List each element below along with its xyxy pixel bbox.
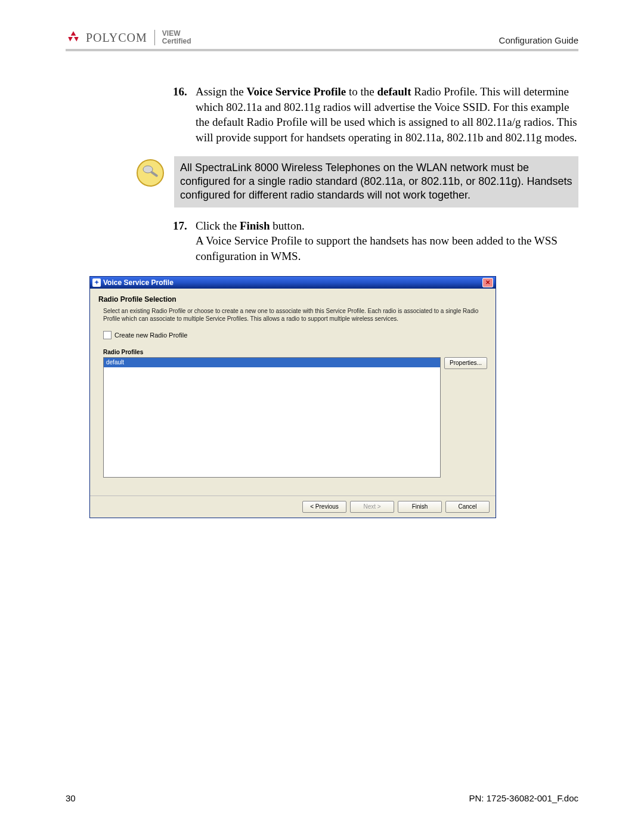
brand-name: POLYCOM xyxy=(86,31,147,45)
brand-block: POLYCOM VIEW Certified xyxy=(66,30,191,45)
dialog-window: ✦ Voice Service Profile ✕ Radio Profile … xyxy=(89,276,496,518)
page-header: POLYCOM VIEW Certified Configuration Gui… xyxy=(66,30,578,51)
create-new-radio-checkbox[interactable]: Create new Radio Profile xyxy=(103,331,487,340)
dialog-footer: < Previous Next > Finish Cancel xyxy=(90,496,496,518)
note-text: All SpectraLink 8000 Wireless Telephones… xyxy=(174,156,578,208)
window-app-icon: ✦ xyxy=(92,278,101,287)
dialog-title: Voice Service Profile xyxy=(103,278,174,287)
dialog-heading: Radio Profile Selection xyxy=(98,295,487,304)
list-item[interactable]: default xyxy=(104,358,440,367)
brand-tagline: VIEW Certified xyxy=(162,30,191,45)
step-17: 17. Click the Finish button. A Voice Ser… xyxy=(173,218,578,264)
doc-title: Configuration Guide xyxy=(499,35,578,45)
finish-button[interactable]: Finish xyxy=(398,501,442,513)
dialog-titlebar[interactable]: ✦ Voice Service Profile ✕ xyxy=(90,277,496,289)
page-number: 30 xyxy=(66,793,76,803)
part-number: PN: 1725-36082-001_F.doc xyxy=(469,793,578,803)
pushpin-icon xyxy=(136,159,165,187)
checkbox-icon[interactable] xyxy=(103,331,112,339)
radio-profiles-label: Radio Profiles xyxy=(103,348,487,357)
properties-button[interactable]: Properties... xyxy=(444,357,487,369)
polycom-logo-icon xyxy=(66,30,81,45)
previous-button[interactable]: < Previous xyxy=(302,501,346,513)
brand-divider xyxy=(154,30,155,45)
note-callout: All SpectraLink 8000 Wireless Telephones… xyxy=(136,156,578,208)
radio-profiles-listbox[interactable]: default xyxy=(103,357,441,478)
svg-marker-2 xyxy=(74,37,79,42)
step-16: 16. Assign the Voice Service Profile to … xyxy=(173,84,578,145)
svg-point-3 xyxy=(137,160,163,186)
svg-marker-1 xyxy=(68,37,73,42)
content-body: 16. Assign the Voice Service Profile to … xyxy=(66,84,578,518)
cancel-button[interactable]: Cancel xyxy=(445,501,490,513)
page-footer: 30 PN: 1725-36082-001_F.doc xyxy=(66,793,578,803)
svg-marker-0 xyxy=(71,31,76,36)
dialog-description: Select an existing Radio Profile or choo… xyxy=(103,308,487,323)
next-button: Next > xyxy=(350,501,394,513)
close-icon[interactable]: ✕ xyxy=(482,278,493,287)
